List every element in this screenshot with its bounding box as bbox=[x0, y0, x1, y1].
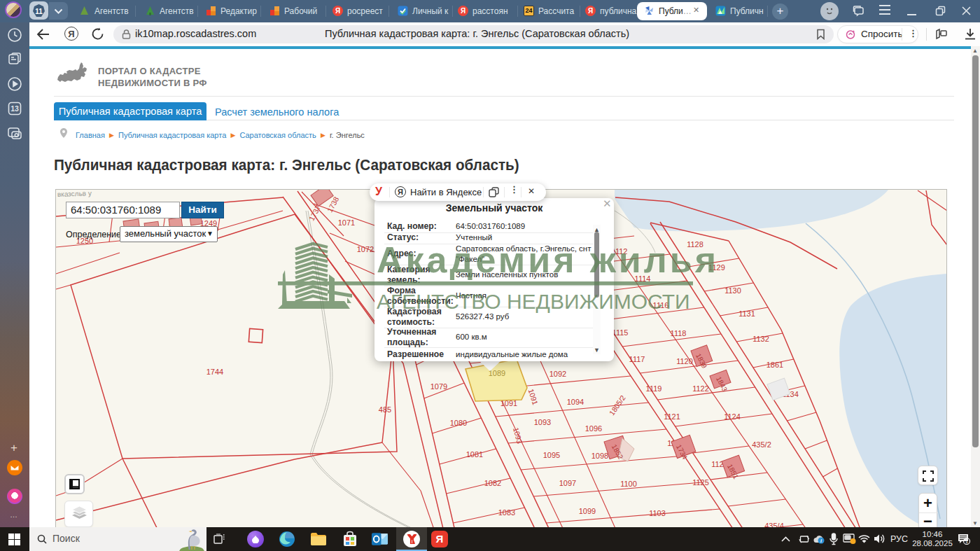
svg-text:1098: 1098 bbox=[592, 452, 608, 460]
svg-text:1072: 1072 bbox=[357, 245, 374, 253]
svg-text:1100: 1100 bbox=[620, 480, 637, 488]
svg-text:1080: 1080 bbox=[450, 419, 467, 427]
svg-text:1081: 1081 bbox=[466, 450, 483, 459]
svg-text:1: 1 bbox=[965, 538, 969, 545]
svg-text:1122: 1122 bbox=[692, 384, 709, 393]
svg-text:1132: 1132 bbox=[752, 335, 769, 343]
svg-text:1128: 1128 bbox=[687, 240, 704, 249]
svg-text:1744: 1744 bbox=[206, 368, 223, 376]
svg-text:вказсльв у: вказсльв у bbox=[57, 190, 92, 198]
svg-text:1092: 1092 bbox=[550, 370, 566, 378]
svg-text:1120: 1120 bbox=[676, 357, 693, 365]
svg-text:1115: 1115 bbox=[612, 328, 629, 337]
svg-text:1112: 1112 bbox=[612, 247, 628, 256]
svg-text:1124: 1124 bbox=[724, 412, 741, 421]
svg-text:1103: 1103 bbox=[649, 509, 666, 517]
svg-text:13: 13 bbox=[10, 104, 19, 113]
svg-text:1121: 1121 bbox=[664, 412, 680, 421]
svg-text:1083: 1083 bbox=[498, 508, 515, 517]
svg-text:1119: 1119 bbox=[646, 384, 662, 393]
svg-text:1093: 1093 bbox=[534, 418, 551, 426]
svg-text:1861: 1861 bbox=[766, 361, 783, 369]
svg-text:1114: 1114 bbox=[635, 274, 651, 283]
svg-text:1082: 1082 bbox=[484, 479, 501, 487]
svg-text:1099: 1099 bbox=[579, 507, 596, 515]
svg-text:1118: 1118 bbox=[671, 329, 687, 337]
svg-text:1131: 1131 bbox=[738, 309, 755, 318]
svg-text:1116: 1116 bbox=[653, 301, 669, 309]
svg-text:1079: 1079 bbox=[430, 382, 447, 391]
svg-text:11: 11 bbox=[35, 8, 43, 15]
svg-text:1117: 1117 bbox=[629, 355, 645, 363]
svg-text:435/2: 435/2 bbox=[752, 440, 771, 449]
svg-text:1125: 1125 bbox=[692, 478, 709, 487]
svg-text:1130: 1130 bbox=[724, 286, 741, 295]
svg-text:1097: 1097 bbox=[559, 479, 576, 487]
svg-text:1129: 1129 bbox=[708, 263, 725, 272]
svg-text:1071: 1071 bbox=[338, 218, 355, 227]
svg-text:485: 485 bbox=[379, 405, 391, 414]
svg-text:1095: 1095 bbox=[543, 451, 560, 459]
svg-text:1096: 1096 bbox=[585, 424, 602, 433]
svg-text:1094: 1094 bbox=[567, 398, 584, 406]
